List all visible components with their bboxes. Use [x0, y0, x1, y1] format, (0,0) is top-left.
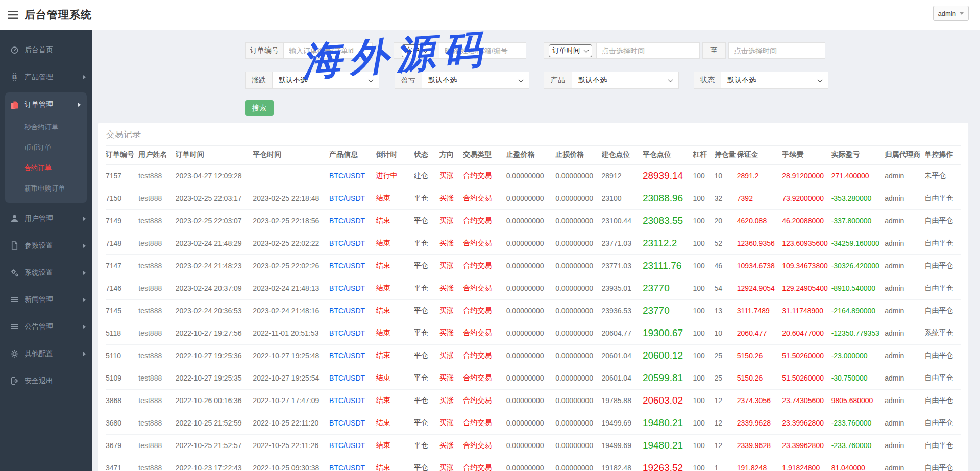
- cell-op[interactable]: 自由平仓: [925, 434, 961, 457]
- cell-op[interactable]: 未平仓: [925, 164, 961, 187]
- sidebar-item-products[interactable]: B 产品管理: [0, 63, 92, 90]
- cell-product[interactable]: BTC/USDT: [329, 232, 376, 254]
- table-row: 7149test8882023-02-25 22:03:072023-02-25…: [106, 209, 961, 232]
- cell-countdown: 结束: [376, 187, 413, 209]
- cell-op[interactable]: 自由平仓: [925, 254, 961, 277]
- cell-op[interactable]: 系统平仓: [925, 322, 961, 344]
- product-select[interactable]: 默认不选: [572, 72, 678, 88]
- sidebar-item-logout[interactable]: 安全退出: [0, 367, 92, 394]
- cell-tp: 0.00000000: [506, 187, 555, 209]
- cell-product[interactable]: BTC/USDT: [329, 457, 376, 471]
- cell-direction: 买涨: [439, 187, 463, 209]
- table-row: 3471test8882022-10-23 17:22:432022-10-25…: [106, 457, 961, 471]
- chevron-right-icon: [78, 103, 81, 107]
- cell-countdown: 结束: [376, 457, 413, 471]
- cell-close_time: 2022-10-25 22:11:26: [253, 434, 329, 457]
- end-time-input[interactable]: [729, 43, 825, 58]
- cell-status: 建仓: [414, 164, 439, 187]
- cell-close: 19263.52: [643, 457, 693, 471]
- filter-product: 产品 默认不选: [544, 72, 679, 89]
- status-select[interactable]: 默认不选: [721, 72, 828, 88]
- cell-lever: 100: [693, 457, 714, 471]
- cell-product[interactable]: BTC/USDT: [329, 434, 376, 457]
- cell-status: 平仓: [414, 232, 439, 254]
- cell-op[interactable]: 自由平仓: [925, 367, 961, 389]
- cell-open: 19499.69: [602, 412, 643, 434]
- cell-lever: 100: [693, 434, 714, 457]
- user-dropdown-label: admin: [938, 10, 956, 17]
- start-time-input[interactable]: [597, 43, 699, 58]
- cell-close: 28939.14: [643, 164, 693, 187]
- chevron-down-icon: [960, 12, 964, 15]
- customer-type-select[interactable]: 客户: [402, 44, 431, 57]
- cell-order_time: 2023-02-24 21:48:29: [176, 232, 253, 254]
- cell-op[interactable]: 自由平仓: [925, 187, 961, 209]
- updown-select[interactable]: 默认不选: [273, 72, 379, 88]
- cell-product[interactable]: BTC/USDT: [329, 299, 376, 322]
- cell-product[interactable]: BTC/USDT: [329, 277, 376, 299]
- profit-loss-select[interactable]: 默认不选: [422, 72, 529, 88]
- cell-order_time: 2022-10-27 19:27:56: [176, 322, 253, 344]
- sidebar-item-label: 用户管理: [24, 214, 83, 223]
- cell-product[interactable]: BTC/USDT: [329, 164, 376, 187]
- cell-order_time: 2023-02-24 21:48:23: [176, 254, 253, 277]
- cell-fee: 51.50260000: [782, 344, 831, 367]
- cell-status: 平仓: [414, 389, 439, 412]
- sidebar-subitem-contract-orders[interactable]: 合约订单: [5, 158, 87, 178]
- cell-fee: 23.39962800: [782, 434, 831, 457]
- customer-input[interactable]: [439, 43, 526, 58]
- sidebar-item-system-settings[interactable]: 系统设置: [0, 259, 92, 286]
- time-type-value: 订单时间: [553, 46, 580, 55]
- search-button[interactable]: 搜索: [245, 100, 274, 116]
- cell-product[interactable]: BTC/USDT: [329, 344, 376, 367]
- cell-tp: 0.00000000: [506, 209, 555, 232]
- cell-op[interactable]: 自由平仓: [925, 457, 961, 471]
- cell-op[interactable]: 自由平仓: [925, 299, 961, 322]
- cell-op[interactable]: 自由平仓: [925, 344, 961, 367]
- cell-product[interactable]: BTC/USDT: [329, 367, 376, 389]
- cell-op[interactable]: 自由平仓: [925, 232, 961, 254]
- sidebar-item-users[interactable]: 用户管理: [0, 205, 92, 232]
- cell-id: 7148: [106, 232, 138, 254]
- top-header: 后台管理系统 admin: [0, 0, 980, 30]
- svg-text:B: B: [12, 73, 17, 81]
- order-no-input[interactable]: [284, 43, 372, 58]
- cell-product[interactable]: BTC/USDT: [329, 412, 376, 434]
- sidebar-item-announcements[interactable]: 公告管理: [0, 313, 92, 340]
- cell-product[interactable]: BTC/USDT: [329, 187, 376, 209]
- cell-user: test888: [138, 412, 175, 434]
- cell-op[interactable]: 自由平仓: [925, 209, 961, 232]
- cell-op[interactable]: 自由平仓: [925, 277, 961, 299]
- cell-direction: 买涨: [439, 164, 463, 187]
- cell-product[interactable]: BTC/USDT: [329, 209, 376, 232]
- sidebar-subitem-new-coin-orders[interactable]: 新币申购订单: [5, 178, 87, 199]
- cell-product[interactable]: BTC/USDT: [329, 254, 376, 277]
- cell-fee: 31.11748900: [782, 299, 831, 322]
- cell-op[interactable]: 自由平仓: [925, 389, 961, 412]
- cell-order_time: 2023-02-25 22:03:07: [176, 209, 253, 232]
- sidebar-item-parameters[interactable]: 参数设置: [0, 232, 92, 259]
- status-select-value: 默认不选: [727, 76, 756, 85]
- cell-order_time: 2023-02-24 20:37:09: [176, 277, 253, 299]
- cell-tp: 0.00000000: [506, 367, 555, 389]
- time-type-select[interactable]: 订单时间: [549, 44, 592, 57]
- cell-op[interactable]: 自由平仓: [925, 412, 961, 434]
- hamburger-menu-icon[interactable]: [7, 10, 19, 20]
- cell-product[interactable]: BTC/USDT: [329, 322, 376, 344]
- sidebar-subitem-spot-orders[interactable]: 币币订单: [5, 137, 87, 158]
- chevron-down-icon: [668, 77, 673, 82]
- cell-product[interactable]: BTC/USDT: [329, 389, 376, 412]
- user-dropdown[interactable]: admin: [933, 6, 969, 21]
- cell-agent: admin: [885, 434, 924, 457]
- cell-status: 平仓: [414, 412, 439, 434]
- sidebar-item-dashboard[interactable]: 后台首页: [0, 36, 92, 63]
- cell-close_time: [253, 164, 329, 187]
- cell-close_time: 2023-02-24 21:48:13: [253, 277, 329, 299]
- sidebar-item-orders[interactable]: 订单管理: [5, 92, 87, 117]
- sidebar-item-news[interactable]: 新闻管理: [0, 286, 92, 313]
- sidebar-subitem-second-contract-orders[interactable]: 秒合约订单: [5, 117, 87, 137]
- sidebar-item-other-config[interactable]: 其他配置: [0, 340, 92, 367]
- cell-id: 7147: [106, 254, 138, 277]
- cell-countdown: 结束: [376, 367, 413, 389]
- cell-tp: 0.00000000: [506, 277, 555, 299]
